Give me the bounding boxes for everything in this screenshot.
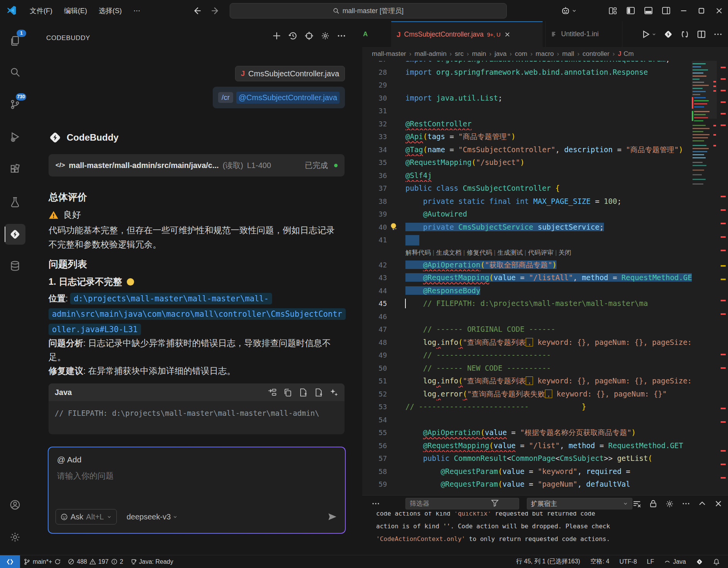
inline-action-0[interactable]: 解释代码 [405,249,431,256]
gear-icon[interactable] [320,30,331,41]
indentation[interactable]: 空格: 4 [586,555,614,568]
cursor-position[interactable]: 行 45, 列 1 (已选择163) [512,555,584,568]
model-selector[interactable]: deepseek-v3 [127,513,178,521]
command-chip[interactable]: /cr [218,92,233,103]
code-line[interactable]: 55 @ApiOperation(value = "根据专题名称分页获取商品专题… [362,426,692,439]
toggle-sidebar-button[interactable] [622,0,639,21]
forward-arrow-icon[interactable] [211,7,220,15]
line-number[interactable]: 37 [362,182,387,195]
code-line[interactable]: 39 @Autowired [362,208,692,221]
tab-cmssubjectcontroller[interactable]: J CmsSubjectController.java 9+, U [391,21,543,47]
insert-code-icon[interactable] [268,388,277,397]
toggle-secondary-sidebar-button[interactable] [657,0,675,21]
code-line[interactable]: 56 @RequestMapping(value = "/list", meth… [362,439,692,452]
settings-gear-icon[interactable] [5,527,25,548]
sidebar-item-codebuddy[interactable] [5,224,25,245]
code-line[interactable]: 27import org.springframework.web.bind.an… [362,61,692,66]
code-line[interactable]: 47 // ------ ORIGINAL CODE ------ [362,323,692,336]
line-number[interactable]: 41 [362,234,387,247]
send-icon[interactable] [327,512,337,522]
line-number[interactable]: 51 [362,375,387,388]
clear-output-icon[interactable] [632,499,641,508]
line-number[interactable]: 46 [362,310,387,323]
code-line[interactable]: 31 [362,104,692,118]
line-number[interactable]: 43 [362,271,387,284]
code-line[interactable]: 41 [362,234,692,247]
code-line[interactable]: 54 [362,413,692,427]
line-number[interactable]: 39 [362,208,387,221]
line-number[interactable]: 47 [362,323,387,336]
minimap[interactable] [692,61,717,227]
account-icon[interactable] [5,494,25,515]
codebuddy-status-icon[interactable] [692,555,707,568]
line-number[interactable]: 55 [362,426,387,439]
overview-ruler[interactable] [719,61,728,495]
code-line[interactable]: 40 private CmsSubjectService subjectServ… [362,221,692,234]
notifications-bell-icon[interactable] [709,555,724,568]
code-line[interactable]: 33@Api(tags = "商品专题管理") [362,130,692,143]
file-path-chip[interactable]: admin\src\main\java\com\macro\mall\contr… [49,308,346,320]
line-number[interactable]: 48 [362,336,387,349]
line-number[interactable]: 54 [362,413,387,427]
line-number[interactable]: 49 [362,349,387,362]
menu-item-1[interactable]: 编辑(E) [58,4,93,18]
language-mode[interactable]: Java [660,555,690,568]
minimize-button[interactable] [675,0,693,21]
code-line[interactable]: 51 log.info("查询商品专题列表， keyword: {}, page… [362,375,692,388]
line-number[interactable]: 45 [362,297,387,310]
codebuddy-action-icon[interactable] [664,30,673,39]
output-channel-select[interactable]: 扩展宿主 [527,498,632,509]
line-number[interactable]: 58 [362,465,387,478]
line-number[interactable]: 27 [362,61,387,66]
breadcrumb-item[interactable]: java [494,50,506,58]
panel-more-icon[interactable] [682,499,690,508]
line-number[interactable]: 44 [362,284,387,297]
focus-target-icon[interactable] [304,30,314,41]
breadcrumb-item[interactable]: macro [536,50,554,58]
breadcrumb-item[interactable]: Cm [624,50,634,58]
problems-status[interactable]: 488 197 2 [64,555,126,568]
code-line[interactable]: 50 // ------ NEW CODE ---------- [362,362,692,375]
sparkle-icon[interactable] [330,388,338,397]
branch-status[interactable]: main*+ [20,555,64,568]
tab-fragment[interactable]: A [363,21,368,47]
lock-icon[interactable] [649,499,657,508]
history-icon[interactable] [288,30,298,41]
code-line[interactable]: 45 // FILEPATH: d:\projects\mall-master\… [362,297,692,310]
code-line[interactable]: 37public class CmsSubjectController { [362,182,692,195]
lightbulb-icon[interactable] [388,222,398,232]
encoding[interactable]: UTF-8 [615,555,641,568]
line-number[interactable]: 36 [362,169,387,182]
line-number[interactable]: 28 [362,66,387,79]
line-number[interactable]: 40 [362,221,387,234]
line-number[interactable]: 59 [362,478,387,491]
breadcrumb-item[interactable]: src [455,50,464,58]
inline-action-2[interactable]: 修复代码 [467,249,492,256]
menu-overflow[interactable]: ⋯ [128,4,146,18]
line-number[interactable]: 35 [362,156,387,169]
code-line[interactable]: 46 [362,310,692,323]
sidebar-item-database[interactable] [5,255,25,276]
inline-action-1[interactable]: 生成文档 [436,249,461,256]
java-status[interactable]: Java: Ready [127,555,177,568]
code-line[interactable]: 38 private static final int MAX_PAGE_SIZ… [362,195,692,208]
inline-action-5[interactable]: 关闭 [558,249,571,256]
line-number[interactable]: 30 [362,92,387,105]
file-path-chip[interactable]: oller.java#L30-L31 [49,324,141,335]
code-editor[interactable]: 27import org.springframework.web.bind.an… [362,61,692,495]
sidebar-item-extensions[interactable] [5,159,25,180]
panel-settings-gear-icon[interactable] [665,499,674,508]
code-line[interactable]: 42 @ApiOperation("获取全部商品专题") [362,259,692,272]
file-path-chip[interactable]: d:\projects\mall-master\mall-master\mall… [70,293,272,304]
more-actions-icon[interactable] [713,30,723,39]
code-line[interactable]: 35@RequestMapping("/subject") [362,156,692,169]
maximize-panel-icon[interactable] [698,499,706,508]
code-line[interactable]: 58 @RequestParam(value = "keyword", requ… [362,465,692,478]
line-number[interactable]: 53 [362,400,387,413]
breadcrumb-item[interactable]: main [472,50,486,58]
inline-action-3[interactable]: 生成测试 [497,249,523,256]
line-number[interactable]: 33 [362,130,387,143]
sidebar-item-search[interactable] [5,62,25,82]
file-mention-link[interactable]: @CmsSubjectController.java [236,92,340,104]
command-center-search[interactable]: mall-master [管理员] [230,3,507,18]
